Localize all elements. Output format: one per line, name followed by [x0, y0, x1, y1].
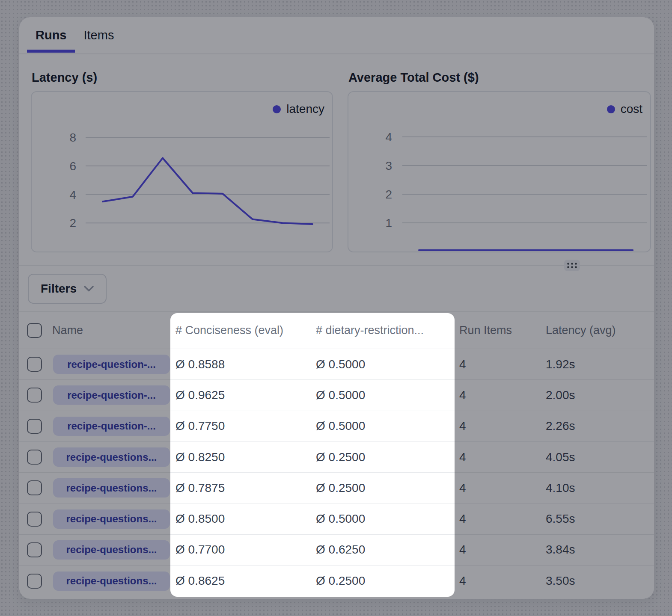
run-name-cell: recipe-questions...	[51, 509, 170, 529]
table-row[interactable]: recipe-questions...Ø 0.8250Ø 0.250044.05…	[19, 442, 654, 473]
tab-items[interactable]: Items	[84, 17, 114, 53]
conciseness-score-cell: Ø 0.8500	[170, 512, 316, 526]
latency-avg-cell: 2.00s	[541, 388, 654, 402]
latency-avg-cell: 4.10s	[541, 481, 654, 495]
run-name-badge[interactable]: recipe-question-...	[53, 385, 170, 405]
run-name-badge[interactable]: recipe-questions...	[53, 478, 170, 498]
runs-table: Name # Conciseness (eval) # dietary-rest…	[19, 312, 654, 596]
dietary-restriction-score-cell: Ø 0.6250	[316, 543, 455, 557]
row-checkbox[interactable]	[27, 388, 42, 403]
row-select-cell	[19, 388, 51, 403]
row-select-cell	[19, 419, 51, 434]
run-name-cell: recipe-questions...	[51, 572, 170, 591]
table-row[interactable]: recipe-questions...Ø 0.8500Ø 0.500046.55…	[19, 503, 654, 534]
row-checkbox[interactable]	[27, 574, 42, 589]
run-name-cell: recipe-question-...	[51, 355, 170, 374]
conciseness-score-cell: Ø 0.7750	[170, 419, 316, 433]
table-row[interactable]: recipe-questions...Ø 0.8625Ø 0.250043.50…	[19, 566, 654, 596]
conciseness-score-cell: Ø 0.8588	[170, 358, 316, 371]
cost-line-chart: 4321	[348, 92, 650, 252]
conciseness-score-cell: Ø 0.7875	[170, 481, 316, 495]
latency-avg-cell: 2.26s	[541, 419, 654, 433]
latency-legend: latency	[273, 102, 324, 116]
table-row[interactable]: recipe-question-...Ø 0.8588Ø 0.500041.92…	[19, 349, 654, 380]
svg-text:2: 2	[385, 188, 392, 201]
row-checkbox[interactable]	[27, 450, 42, 465]
latency-avg-cell: 3.50s	[541, 574, 654, 588]
row-select-cell	[19, 480, 51, 495]
dietary-restriction-score-cell: Ø 0.2500	[316, 450, 455, 464]
run-name-badge[interactable]: recipe-question-...	[53, 355, 170, 374]
tab-runs[interactable]: Runs	[36, 17, 67, 53]
column-header-dietary-restriction: # dietary-restriction...	[316, 324, 455, 337]
column-header-name: Name	[51, 324, 170, 337]
run-name-cell: recipe-question-...	[51, 417, 170, 436]
latency-legend-dot-icon	[273, 105, 281, 113]
conciseness-score-cell: Ø 0.8625	[170, 574, 316, 588]
table-row[interactable]: recipe-questions...Ø 0.7875Ø 0.250044.10…	[19, 473, 654, 503]
row-checkbox[interactable]	[27, 542, 42, 557]
conciseness-score-cell: Ø 0.7700	[170, 543, 316, 557]
filters-button[interactable]: Filters	[28, 274, 107, 304]
row-select-cell	[19, 450, 51, 465]
panel-resize-handle[interactable]	[564, 260, 580, 271]
table-body: recipe-question-...Ø 0.8588Ø 0.500041.92…	[19, 349, 654, 596]
row-checkbox[interactable]	[27, 357, 42, 372]
run-items-cell: 4	[455, 419, 541, 433]
runs-panel: Runs Items Latency (s) 8642 latency Aver…	[19, 17, 654, 599]
run-name-badge[interactable]: recipe-questions...	[53, 572, 170, 591]
svg-text:1: 1	[385, 216, 392, 230]
run-name-badge[interactable]: recipe-question-...	[53, 417, 170, 436]
charts-section: Latency (s) 8642 latency Average Total C…	[19, 54, 654, 266]
row-checkbox[interactable]	[27, 419, 42, 434]
column-header-latency-avg: Latency (avg)	[541, 324, 654, 337]
dietary-restriction-score-cell: Ø 0.2500	[316, 574, 455, 588]
svg-text:4: 4	[69, 188, 76, 201]
row-select-cell	[19, 357, 51, 372]
row-checkbox[interactable]	[27, 512, 42, 527]
table-row[interactable]: recipe-questions...Ø 0.7700Ø 0.625043.84…	[19, 535, 654, 566]
cost-legend-dot-icon	[607, 105, 615, 113]
table-header-row: Name # Conciseness (eval) # dietary-rest…	[19, 312, 654, 349]
svg-text:2: 2	[69, 216, 76, 230]
select-all-cell	[19, 323, 51, 338]
run-name-cell: recipe-questions...	[51, 447, 170, 467]
svg-text:6: 6	[69, 160, 76, 173]
run-items-cell: 4	[455, 512, 541, 526]
dietary-restriction-score-cell: Ø 0.5000	[316, 512, 455, 526]
cost-chart-block: Average Total Cost ($) 4321 cost	[348, 70, 651, 265]
dietary-restriction-score-cell: Ø 0.5000	[316, 358, 455, 371]
filters-button-label: Filters	[41, 282, 77, 296]
latency-avg-cell: 6.55s	[541, 512, 654, 526]
row-select-cell	[19, 512, 51, 527]
run-items-cell: 4	[455, 450, 541, 464]
column-header-conciseness: # Conciseness (eval)	[170, 324, 316, 337]
row-select-cell	[19, 574, 51, 589]
run-items-cell: 4	[455, 481, 541, 495]
latency-avg-cell: 3.84s	[541, 543, 654, 557]
run-name-cell: recipe-question-...	[51, 385, 170, 405]
select-all-checkbox[interactable]	[27, 323, 42, 338]
svg-text:4: 4	[385, 130, 392, 144]
latency-chart-block: Latency (s) 8642 latency	[31, 70, 333, 265]
row-checkbox[interactable]	[27, 480, 42, 495]
run-name-badge[interactable]: recipe-questions...	[53, 509, 170, 529]
tab-bar: Runs Items	[19, 17, 654, 54]
table-row[interactable]: recipe-question-...Ø 0.9625Ø 0.500042.00…	[19, 380, 654, 411]
row-select-cell	[19, 542, 51, 557]
run-name-badge[interactable]: recipe-questions...	[53, 447, 170, 467]
cost-chart-title: Average Total Cost ($)	[348, 70, 651, 85]
run-items-cell: 4	[455, 574, 541, 588]
latency-chart: 8642 latency	[31, 91, 333, 252]
latency-avg-cell: 4.05s	[541, 450, 654, 464]
run-items-cell: 4	[455, 543, 541, 557]
column-header-run-items: Run Items	[455, 324, 541, 337]
chevron-down-icon	[84, 286, 94, 292]
table-row[interactable]: recipe-question-...Ø 0.7750Ø 0.500042.26…	[19, 411, 654, 442]
dietary-restriction-score-cell: Ø 0.2500	[316, 481, 455, 495]
grip-dots-icon	[567, 262, 577, 269]
latency-avg-cell: 1.92s	[541, 358, 654, 371]
conciseness-score-cell: Ø 0.9625	[170, 388, 316, 402]
run-name-badge[interactable]: recipe-questions...	[53, 540, 170, 560]
run-items-cell: 4	[455, 358, 541, 371]
